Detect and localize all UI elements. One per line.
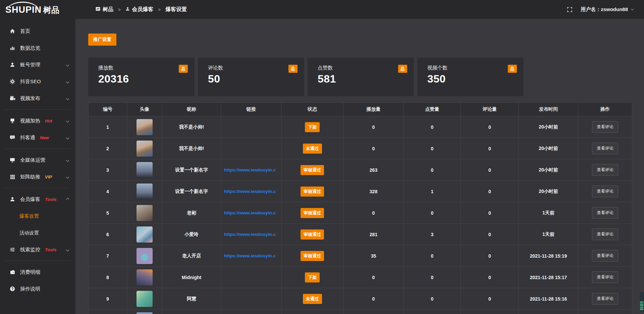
avatar [137,269,153,285]
video-link[interactable]: https://www.iesdouyin.c [224,189,281,194]
cell-link [221,116,281,138]
home-icon [9,29,15,34]
video-link[interactable]: https://www.iesdouyin.c [224,232,281,237]
table-row: 8 Midnight 下架 0 0 0 2021-11-28 15:17 [89,266,632,288]
sidebar-item-member-baoke[interactable]: 会员爆客 Tools [0,191,75,208]
sidebar: SHUPIN树品 首页 数据总览 账号管理 抖音SEO [0,0,75,314]
cell-avatar [127,202,162,223]
sidebar-item-operation-guide[interactable]: 操作说明 [0,280,75,297]
cell-publish-time: 2021-11-28 15:16 [519,288,578,309]
sidebar-item-matrix-boost[interactable]: 矩阵助推 VIP [0,168,75,185]
sidebar-item-consumption-details[interactable]: 消费明细 [0,264,75,280]
view-comments-button[interactable]: 查看评论 [592,186,618,197]
avatar [137,119,153,135]
total-badge: 总 [398,65,407,73]
cell-id: 2 [89,138,127,159]
avatar [137,205,153,221]
topbar-right: 用户名：zswodun88 [567,6,633,13]
cell-nickname: 小爱玲 [162,224,221,245]
cell-likes: 1 [404,181,461,202]
sidebar-item-douketong[interactable]: 抖客通 New [0,129,75,146]
fullscreen-icon[interactable] [567,7,573,12]
avatar [137,291,153,307]
sidebar-item-video-heating[interactable]: 视频加热 Hot [0,112,75,129]
sidebar-item-douyin-seo[interactable]: 抖音SEO [0,73,75,90]
table-row: 5 老彬 https://www.iesdouyin.c 审核通过 0 0 0 … [89,202,632,223]
sidebar-subitem-activity-settings[interactable]: 活动设置 [0,224,75,241]
cell-comments: 0 [461,267,519,288]
breadcrumb-item-member-baoke[interactable]: 会员爆客 [125,6,154,13]
column-header-avatar: 头像 [127,103,162,116]
view-comments-button[interactable]: 查看评论 [592,293,618,305]
chevron-down-icon [66,119,69,122]
column-header-status: 状态 [281,103,343,116]
view-comments-button[interactable]: 查看评论 [592,143,618,154]
view-comments-button[interactable]: 查看评论 [592,271,618,283]
video-link[interactable]: https://www.iesdouyin.c [224,167,281,172]
view-comments-button[interactable]: 查看评论 [592,228,618,240]
cell-link [221,267,281,288]
stat-card-likes: 点赞数 581 总 [308,58,414,96]
cell-id: 1 [89,116,127,138]
cell-comments [461,310,519,314]
cell-link: https://www.iesdouyin.c [221,159,281,180]
column-header-plays: 播放量 [343,103,404,116]
cell-comments: 0 [461,159,519,180]
breadcrumb-item-baoke-settings[interactable]: 爆客设置 [165,6,187,13]
cell-likes: 0 [404,138,461,159]
sidebar-item-data-overview[interactable]: 数据总览 [0,40,75,56]
sidebar-item-label: 线索监控 [20,247,40,253]
chat-widget[interactable] [639,291,644,312]
cell-avatar [127,181,162,202]
view-comments-button[interactable]: 查看评论 [592,207,618,219]
cell-comments: 0 [461,181,519,202]
view-comments-button[interactable]: 查看评论 [592,164,618,176]
cell-avatar [127,116,162,138]
cell-likes: 0 [404,288,461,309]
sidebar-item-home[interactable]: 首页 [0,23,75,40]
promo-settings-button[interactable]: 推广设置 [88,34,116,46]
sidebar-item-account-management[interactable]: 账号管理 [0,56,75,73]
cell-plays [343,310,404,314]
breadcrumb-item-shupin[interactable]: 树品 [96,6,113,13]
video-link[interactable]: https://www.iesdouyin.c [224,253,281,258]
sidebar-item-clue-monitoring[interactable]: 线索监控 Tools [0,241,75,258]
sidebar-item-all-media-operation[interactable]: 全媒体运营 [0,152,75,168]
monitor-icon [9,157,15,163]
cell-nickname: 阿慧 [162,288,221,309]
cell-plays: 281 [343,224,404,245]
cell-status: 审核通过 [281,181,343,202]
cell-avatar [127,138,162,159]
video-link[interactable]: https://www.iesdouyin.c [224,210,281,215]
vip-badge: VIP [45,174,52,179]
cell-nickname: 设置一个新名字 [162,159,221,180]
view-comments-button[interactable]: 查看评论 [592,250,618,262]
cell-link: https://www.iesdouyin.c [221,181,281,202]
status-badge: 审核通过 [301,187,324,197]
sidebar-menu: 首页 数据总览 账号管理 抖音SEO 视频发布 [0,21,75,297]
sidebar-subitem-baoke-settings[interactable]: 爆客设置 [0,208,75,224]
cell-id: 5 [89,202,127,223]
status-badge: 未通过 [303,294,322,304]
sidebar-item-label: 首页 [20,28,30,35]
sidebar-divider [5,109,71,110]
content: 推广设置 播放数 20316 总 评论数 50 总 点赞数 581 总 视频个数… [75,19,644,314]
username-menu[interactable]: 用户名：zswodun88 [581,6,633,13]
cell-actions: 查看评论 [578,159,632,180]
status-badge: 审核通过 [301,251,324,261]
table-row: 6 小爱玲 https://www.iesdouyin.c 审核通过 281 3… [89,223,632,245]
view-comments-button[interactable]: 查看评论 [592,121,618,133]
new-badge: New [40,135,49,140]
cell-actions: 查看评论 [578,138,632,159]
sidebar-subitem-label: 活动设置 [19,230,39,236]
cell-id: 4 [89,181,127,202]
breadcrumb-label: 会员爆客 [132,6,154,13]
avatar [137,162,153,178]
wallet-icon [9,269,15,275]
breadcrumb-separator: > [118,7,121,12]
chevron-down-icon [631,7,634,10]
status-badge: 审核通过 [301,208,324,218]
sidebar-item-label: 抖客通 [20,135,35,141]
sidebar-item-video-publish[interactable]: 视频发布 [0,90,75,107]
stat-card-videos: 视频个数 350 总 [417,58,524,96]
